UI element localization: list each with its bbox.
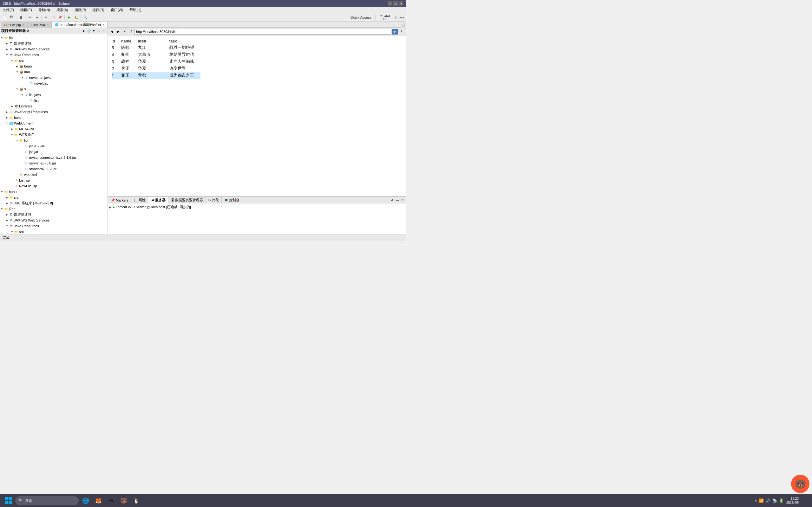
tab-list-java[interactable]: J list.java ✕	[28, 22, 52, 27]
browser-refresh-btn[interactable]: ↺	[128, 29, 134, 35]
bottom-tab-console[interactable]: 💻 控制台	[222, 197, 242, 204]
print-btn[interactable]: 🖨	[17, 14, 24, 20]
side-panel-menu-icon[interactable]: ▼	[92, 29, 96, 33]
menu-help[interactable]: 帮助(H)	[128, 8, 142, 12]
label-dao1: dao	[24, 70, 30, 74]
browser-go-btn[interactable]: ▶	[392, 29, 398, 35]
menu-project[interactable]: 项目(P)	[73, 8, 88, 12]
snippets-label: 片段	[212, 198, 219, 203]
tree-item-mysql[interactable]: ⬡ mysql-connector-java-5.1.6.jar	[0, 155, 107, 160]
table-row-highlighted: 1 龙王 帝都 成为都市之王	[112, 72, 200, 79]
tree-item-j2ee-jr[interactable]: ▼ ☕ Java Resources	[0, 223, 107, 229]
bottom-tab-servers[interactable]: 🖥 服务器	[148, 197, 168, 204]
redo-btn[interactable]: ↪	[34, 14, 40, 20]
tree-item-bmd1[interactable]: ▶ 🗒 部署描述符:	[0, 41, 107, 46]
cell-area: 帝都	[138, 72, 157, 79]
side-panel-maximize-icon[interactable]: □	[102, 29, 106, 33]
tree-item-j2ee-bmd[interactable]: ▶ 🗒 部署描述符:	[0, 212, 107, 217]
tree-item-standardjar[interactable]: ⬡ standard-1.1.2.jar	[0, 166, 107, 172]
tree-item-libraries1[interactable]: ▶ 📚 Libraries	[0, 103, 107, 109]
save-btn[interactable]: 💾	[8, 14, 14, 20]
bottom-maximize-icon[interactable]: □	[400, 198, 405, 203]
tree-item-jstl12[interactable]: ⬡ jstl-1.2.jar	[0, 143, 107, 149]
tree-item-servletapi[interactable]: ⬡ servlet-api-3.0.jar	[0, 160, 107, 166]
browser-back-btn[interactable]: ◀	[109, 29, 115, 35]
perspective-java[interactable]: ☕ Java	[393, 14, 405, 20]
bottom-tab-properties[interactable]: 📋 属性	[131, 197, 148, 204]
tree-item-javaresources1[interactable]: ▼ ☕ Java Resources	[0, 52, 107, 58]
browser-stop-btn[interactable]: ✕	[122, 29, 128, 35]
bottom-panel-content: ▶ ■ Tomcat v7.0 Server @ localhost [已启动,…	[108, 204, 406, 234]
side-panel-collapse-icon[interactable]: ⬇	[82, 29, 86, 33]
run-btn[interactable]: ▶	[66, 14, 72, 20]
search-btn[interactable]: 🔍	[82, 14, 89, 20]
tree-item-list-class[interactable]: © list	[0, 98, 107, 103]
close-button[interactable]: ✕	[399, 1, 403, 6]
server-row[interactable]: ▶ ■ Tomcat v7.0 Server @ localhost [已启动,…	[109, 204, 405, 210]
tree-item-lib1[interactable]: ▼ 📂 lib	[0, 137, 107, 143]
tree-item-jstljar[interactable]: ⬡ jstl.jar	[0, 149, 107, 155]
menu-run[interactable]: 运行(R)	[91, 8, 105, 12]
cut-btn[interactable]: ✂	[43, 14, 49, 20]
menu-search[interactable]: 搜索(A)	[55, 8, 69, 12]
icon-ljsp1: J	[14, 179, 18, 182]
tree-item-list-java[interactable]: ▼ J list.java	[0, 92, 107, 98]
bottom-tab-datasource[interactable]: 🗄 数据源资源管理器	[168, 197, 206, 204]
side-panel-link-icon[interactable]: 🔗	[87, 29, 91, 33]
bottom-new-icon[interactable]: ⊕	[390, 198, 395, 203]
label-lc1: list	[34, 99, 38, 102]
tab-browser-close[interactable]: ✕	[102, 23, 105, 26]
tree-item-webcontent1[interactable]: ▼ 🌐 WebContent	[0, 120, 107, 126]
browser-menu-btn[interactable]: ⋮	[398, 29, 405, 35]
undo-btn[interactable]: ↩	[27, 14, 33, 20]
minimize-button[interactable]: ─	[388, 1, 392, 6]
menu-file[interactable]: 文件(F)	[1, 8, 15, 12]
tree-item-j2ee-jax[interactable]: ▶ ⚙ JAX-WS Web Services	[0, 217, 107, 223]
icon-bean1: 📦	[19, 65, 23, 68]
tab-expand-btn[interactable]: ⬜	[400, 22, 406, 27]
tree-item-jsresources1[interactable]: ▶ JS JavaScript Resources	[0, 109, 107, 115]
menu-window[interactable]: 窗口(W)	[109, 8, 125, 12]
arrow-j2jax: ▶	[5, 219, 9, 222]
tree-item-bean1[interactable]: ▶ 📦 bean	[0, 63, 107, 69]
tab-list-java-close[interactable]: ✕	[46, 23, 49, 26]
menu-edit[interactable]: 编辑(E)	[19, 8, 33, 12]
browser-forward-btn[interactable]: ▶	[115, 29, 121, 35]
tree-item-newfilejsp[interactable]: J NewFile.jsp	[0, 183, 107, 189]
new-btn[interactable]: 📄	[1, 14, 8, 20]
browser-url-input[interactable]	[135, 29, 392, 35]
tree-item-j2ee[interactable]: ▼ 📁 j2ee	[0, 206, 107, 212]
arrow-jsr1: ▶	[5, 111, 9, 113]
maximize-button[interactable]: □	[393, 1, 398, 6]
bottom-tab-markers[interactable]: 📌 Markers	[108, 197, 131, 204]
perspective-javaee[interactable]: ☕ Java EE	[377, 14, 393, 20]
tree-item-listjsp[interactable]: J List.jsp	[0, 177, 107, 183]
tree-item-j2ee-src[interactable]: ▼ 📂 src	[0, 229, 107, 234]
tree-item-meta-inf1[interactable]: ▶ 📁 META-INF	[0, 126, 107, 132]
tree-item-build1[interactable]: ▶ 📁 build	[0, 115, 107, 120]
tree-item-web-inf1[interactable]: ▼ 📂 WEB-INF	[0, 132, 107, 137]
tab-browser[interactable]: 🌐 http://localhost:8080/hh/list ✕	[52, 22, 107, 27]
bottom-minimize-icon[interactable]: —	[395, 198, 400, 203]
paste-btn[interactable]: 📌	[57, 14, 63, 20]
arrow-bmd1: ▶	[5, 42, 9, 45]
menu-navigate[interactable]: 导航(N)	[37, 8, 51, 12]
tree-item-noveldao-java[interactable]: ▼ J noveldao.java	[0, 75, 107, 80]
tree-item-noveldao-class[interactable]: © noveldao	[0, 80, 107, 86]
tree-item-hh[interactable]: ▼ 📁 hh	[0, 35, 107, 41]
tree-item-huhu-src[interactable]: ▶ 📁 src	[0, 194, 107, 200]
side-panel-minimize-icon[interactable]: —	[97, 29, 101, 33]
tree-item-s[interactable]: ▼ 📦 s	[0, 86, 107, 92]
icon-j2jr: ☕	[9, 224, 13, 228]
tree-item-huhu[interactable]: ▼ 📁 huhu	[0, 189, 107, 194]
tree-item-jax1[interactable]: ▶ ⚙ JAX-WS Web Services	[0, 46, 107, 52]
tree-item-dao1[interactable]: ▼ 📦 dao	[0, 69, 107, 75]
tree-item-src1[interactable]: ▼ 📂 src	[0, 58, 107, 63]
copy-btn[interactable]: 📋	[50, 14, 56, 20]
tab-list-jsp-close[interactable]: ✕	[22, 23, 25, 26]
bottom-tab-snippets[interactable]: ✂ 片段	[206, 197, 222, 204]
tree-item-jre[interactable]: ▶ ☕ JRE 系统库 [JavaSE-1.8]	[0, 200, 107, 206]
debug-btn[interactable]: 🐛	[73, 14, 79, 20]
tree-item-webxml[interactable]: ⚙ web.xml	[0, 172, 107, 177]
tab-list-jsp[interactable]: JSP List.jsp ✕	[1, 22, 28, 27]
